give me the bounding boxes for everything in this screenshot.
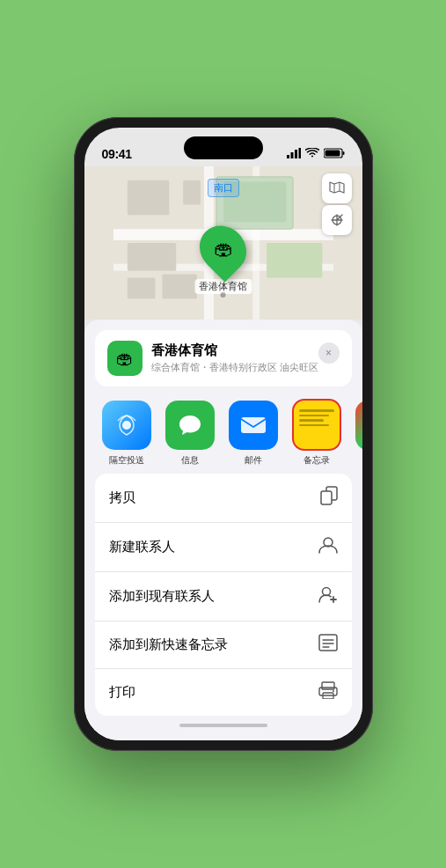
notes-label: 备忘录 [303, 454, 330, 467]
action-list: 拷贝 新建联系人 [95, 474, 352, 716]
svg-rect-22 [241, 417, 266, 433]
action-add-contact[interactable]: 添加到现有联系人 [95, 572, 352, 622]
action-print-label: 打印 [109, 684, 135, 701]
phone-frame: 09:41 [74, 117, 373, 751]
svg-rect-5 [342, 151, 344, 155]
notes-line-1 [299, 409, 334, 412]
home-indicator [84, 716, 362, 740]
venue-name: 香港体育馆 [151, 342, 340, 359]
home-bar [179, 724, 267, 727]
notes-line-3 [299, 419, 324, 422]
airdrop-label: 隔空投送 [109, 454, 144, 467]
dynamic-island [184, 136, 263, 159]
share-item-messages[interactable]: 信息 [158, 401, 222, 467]
svg-rect-15 [127, 278, 155, 299]
action-quick-note-label: 添加到新快速备忘录 [109, 636, 228, 653]
add-contact-icon [318, 585, 338, 608]
phone-screen: 09:41 [84, 128, 362, 740]
share-item-more[interactable]: 推 [348, 401, 362, 467]
action-copy-label: 拷贝 [109, 489, 135, 506]
action-copy[interactable]: 拷贝 [95, 474, 352, 523]
notes-icon [292, 401, 341, 450]
copy-icon [320, 486, 338, 510]
mail-icon [229, 401, 278, 450]
svg-rect-28 [322, 682, 334, 689]
svg-rect-1 [290, 152, 293, 158]
location-pin: 🏟 香港体育馆 [194, 224, 252, 294]
action-new-contact-label: 新建联系人 [109, 539, 175, 555]
svg-rect-3 [298, 148, 301, 158]
status-icons [287, 148, 345, 161]
location-button[interactable] [322, 205, 352, 235]
more-icon [355, 401, 362, 450]
new-contact-icon [318, 535, 338, 559]
battery-icon [324, 148, 345, 161]
share-item-notes[interactable]: 备忘录 [285, 401, 348, 467]
svg-point-26 [322, 588, 330, 596]
signal-icon [287, 148, 301, 161]
action-print[interactable]: 打印 [95, 669, 352, 716]
svg-rect-18 [267, 243, 322, 278]
share-item-airdrop[interactable]: 隔空投送 [95, 401, 158, 467]
pin-icon: 🏟 [190, 217, 256, 283]
svg-rect-0 [287, 155, 289, 158]
venue-icon: 🏟 [107, 341, 143, 376]
airdrop-icon [102, 401, 151, 450]
svg-point-31 [333, 690, 334, 692]
venue-info: 香港体育馆 综合体育馆・香港特别行政区 油尖旺区 [151, 342, 340, 374]
pin-icon-inner: 🏟 [214, 238, 233, 261]
quick-note-icon [318, 634, 338, 656]
svg-rect-2 [295, 150, 297, 158]
map-controls [322, 173, 352, 235]
action-quick-note[interactable]: 添加到新快速备忘录 [95, 622, 352, 669]
svg-rect-13 [183, 180, 201, 205]
svg-rect-12 [127, 180, 168, 216]
svg-rect-27 [319, 635, 337, 651]
venue-card: 🏟 香港体育馆 综合体育馆・香港特别行政区 油尖旺区 × [95, 330, 352, 386]
map-area[interactable]: 南口 [84, 166, 362, 320]
pin-dot [221, 292, 226, 298]
print-icon [318, 681, 338, 703]
notes-line-2 [299, 415, 329, 417]
mail-label: 邮件 [245, 454, 262, 467]
action-new-contact[interactable]: 新建联系人 [95, 523, 352, 572]
venue-close-button[interactable]: × [318, 342, 340, 364]
map-type-button[interactable] [322, 173, 352, 203]
svg-point-21 [122, 421, 131, 430]
share-item-mail[interactable]: 邮件 [222, 401, 285, 467]
svg-rect-6 [325, 151, 340, 157]
svg-rect-24 [321, 491, 332, 504]
messages-label: 信息 [181, 454, 199, 467]
bottom-sheet: 🏟 香港体育馆 综合体育馆・香港特别行政区 油尖旺区 × [84, 320, 362, 740]
status-time: 09:41 [102, 147, 132, 161]
share-row: 隔空投送 信息 [84, 394, 362, 474]
messages-icon [165, 401, 215, 450]
action-add-contact-label: 添加到现有联系人 [109, 588, 215, 605]
venue-subtitle: 综合体育馆・香港特别行政区 油尖旺区 [151, 361, 340, 374]
svg-rect-14 [127, 243, 175, 271]
wifi-icon [305, 148, 319, 161]
svg-rect-19 [162, 275, 197, 299]
notes-line-4 [299, 424, 329, 427]
map-label: 南口 [208, 179, 239, 197]
